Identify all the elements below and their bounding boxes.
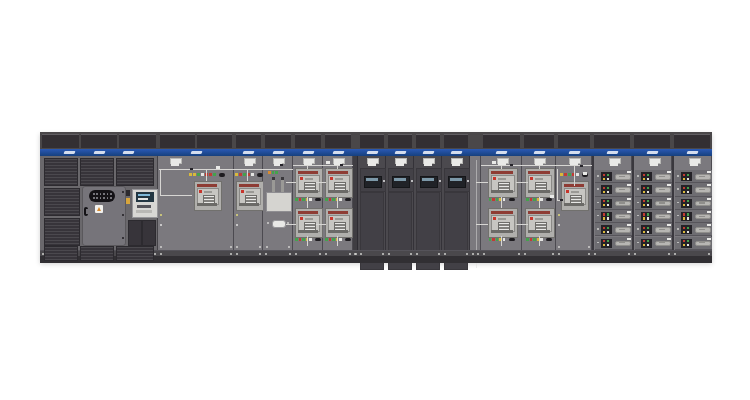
louver-vent [80,246,114,261]
drawer-handle-grip [699,189,705,190]
acb-breaker [194,181,222,211]
selector-switch [582,173,588,177]
meter-screen [136,192,154,202]
acb-red-indicator [530,217,533,220]
status-light [496,238,499,241]
aux-button-amber [126,198,130,204]
status-light [339,238,342,241]
screw-dot [382,253,384,255]
acb-bottom-bar [328,190,348,193]
feeder-indicator-light [647,213,649,215]
receptacle-contact [107,193,109,195]
feeder-unit [641,199,652,208]
vent-plate [304,163,312,166]
brand-logo [63,151,75,154]
drawer-handle-grip [699,202,705,203]
screw-dot [708,253,710,255]
screw-dot [160,253,162,255]
breaker-receptacle-oval [89,190,115,202]
feeder-indicator-light [607,191,609,193]
screw-dot [558,246,560,248]
feeder-indicator-light [643,227,645,229]
status-light [336,238,339,241]
acb-bottom-bar [491,230,513,233]
door-handle-icon [84,207,88,216]
drawer-handle [655,214,671,220]
acb-bottom-bar [239,203,259,206]
feeder-indicator-light [687,200,689,202]
feeder-indicator-light [687,174,689,176]
dark-panel [128,220,142,246]
status-light [197,173,200,176]
screw-dot [637,215,639,217]
feeder-indicator-light [683,227,685,229]
drawer-tag [707,238,711,240]
feeder-indicator-light [603,240,605,242]
feeder-indicator-light [687,231,689,233]
screw-dot [668,253,670,255]
screw-dot [558,214,560,216]
feeder-indicator-light [607,240,609,242]
feeder-drawer-row [635,183,672,196]
drawer-handle [615,201,631,207]
control-transformer-box [266,192,292,212]
feeder-indicator-light [603,187,605,189]
power-meter [132,189,158,218]
acb-breaker [525,208,555,238]
acb-label-marks [335,178,343,180]
feeder-drawer-row [675,210,712,223]
status-light [489,238,492,241]
feeder-indicator-light [643,178,645,180]
feeder-unit [681,185,692,194]
feeder-indicator-light [683,204,685,206]
screw-dot [122,191,124,193]
roof-vent [594,134,630,148]
screw-dot [472,253,474,255]
drawer-handle-grip [659,229,665,230]
feeder-indicator-light [687,213,689,215]
drawer-handle-grip [699,176,705,177]
screw-dot [259,246,261,248]
feeder-unit [601,199,612,208]
screw-dot [558,224,560,226]
feeder-indicator-light [683,240,685,242]
drawer-handle-grip [699,216,705,217]
feeder-indicator-light [643,240,645,242]
louver-vent [116,246,154,261]
feeder-indicator-light [607,213,609,215]
status-light [537,198,540,201]
screw-dot [594,253,596,255]
drawer-handle [695,227,711,233]
incomer-door [82,186,126,246]
status-light [533,198,536,201]
screw-dot [467,180,469,182]
status-light [295,198,298,201]
brand-logo [93,151,105,154]
hmi-screen-glow [366,178,378,181]
bay-acb-stacked [323,156,353,250]
feeder-indicator-light [643,174,645,176]
drawer-handle [615,187,631,193]
feeder-indicator-light [687,178,689,180]
drawer-handle [615,174,631,180]
screw-dot [524,253,526,255]
drawer-handle [655,227,671,233]
drawer-tag [707,184,711,186]
selector-switch [546,238,552,242]
drawer-handle [655,187,671,193]
roof-vent [674,134,710,148]
receptacle-contact [110,197,112,199]
status-light [309,198,312,201]
screw-dot [122,237,124,239]
status-light [268,171,271,174]
acb-top-bar [564,184,584,187]
selector-switch [315,198,321,202]
vent-plate [171,163,179,166]
screw-dot [597,242,599,244]
brand-logo [394,151,406,154]
vent-plate [368,163,376,166]
status-light [560,173,563,176]
feeder-drawer-row [675,183,712,196]
bay-riser [470,156,481,250]
acb-breaker [488,208,518,238]
